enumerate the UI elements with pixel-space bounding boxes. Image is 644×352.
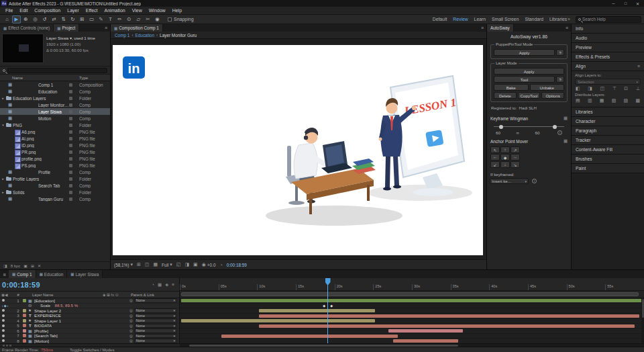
layer-name[interactable]: [Search Tab] xyxy=(34,333,58,338)
tool-icon[interactable]: ✏ xyxy=(115,15,124,24)
snapping-toggle[interactable]: Snapping xyxy=(168,17,194,21)
autosway-tab[interactable]: AutoSway xyxy=(487,24,514,32)
align-icon-button[interactable]: ⊥ xyxy=(636,86,640,91)
layer-visibility-toggle[interactable]: ‹◆› xyxy=(0,309,15,312)
parent-link-cell[interactable]: ◎ None ▾ xyxy=(129,339,179,343)
eye-icon[interactable] xyxy=(2,329,5,332)
eye-icon[interactable] xyxy=(2,324,5,327)
search-help-input[interactable] xyxy=(582,17,639,21)
project-item[interactable]: Layer Siswa Comp xyxy=(0,108,110,115)
workspace-overflow-icon[interactable]: » xyxy=(568,17,570,21)
layer-apply-button[interactable]: Apply xyxy=(494,68,564,75)
project-item[interactable]: AI.png PNG file xyxy=(0,135,110,142)
project-item[interactable]: Layer Monitor Guru Comp xyxy=(0,101,110,108)
menu-item[interactable]: Window xyxy=(146,8,169,13)
timeline-horizontal-scrollbar[interactable] xyxy=(180,344,644,347)
panel-menu-icon[interactable]: ≡ xyxy=(478,24,486,32)
layer-color-chip[interactable] xyxy=(23,329,26,333)
exposure-control[interactable]: ◉+0.0 xyxy=(202,262,216,267)
layer-color-chip[interactable] xyxy=(23,339,26,343)
menu-item[interactable]: Effect xyxy=(83,8,101,13)
project-column-header[interactable]: Name Type xyxy=(0,75,110,81)
camera-icon[interactable]: ▣ xyxy=(193,262,198,267)
tool-icon[interactable]: ▱ xyxy=(134,15,143,24)
puppet-help-button[interactable]: ? xyxy=(556,49,564,56)
preview-time[interactable]: 0:00:18:59 xyxy=(227,263,247,267)
project-item[interactable]: Profile Comp xyxy=(0,169,110,175)
breadcrumb-item[interactable]: ‹ Comp 1 xyxy=(115,33,129,38)
label-color-chip[interactable] xyxy=(69,117,72,120)
parent-link-cell[interactable]: ◎ None ▾ xyxy=(129,328,179,333)
dock-panel-header[interactable]: Libraries xyxy=(572,107,644,117)
timeline-tab[interactable]: ▦ Education xyxy=(36,270,68,278)
mask-visibility-icon[interactable]: ◫ xyxy=(145,262,150,267)
menu-item[interactable]: Help xyxy=(169,8,185,13)
layer-name[interactable]: [Motion] xyxy=(34,339,49,343)
pickwhip-icon[interactable]: ◎ xyxy=(129,298,133,302)
anchor-arrow-button[interactable]: ↖ xyxy=(490,146,500,153)
timeline-vertical-scrollbar[interactable] xyxy=(641,298,644,343)
distribute-icon-button[interactable]: ▤ xyxy=(576,98,580,103)
panel-tab[interactable]: ▦ Effect Controls (none) xyxy=(0,24,54,32)
copytool-button[interactable]: CopyTool xyxy=(518,92,541,99)
label-color-chip[interactable] xyxy=(69,90,72,93)
label-color-chip[interactable] xyxy=(69,171,72,174)
project-item[interactable]: PS.png PNG file xyxy=(0,162,110,169)
align-icon-button[interactable]: ⊤ xyxy=(612,86,616,91)
align-icon-button[interactable]: ◨ xyxy=(588,86,592,91)
parent-dropdown[interactable]: None ▾ xyxy=(134,298,177,303)
twirl-icon[interactable]: ▸ xyxy=(1,177,5,181)
layer-color-chip[interactable] xyxy=(23,299,26,302)
workspace-tab[interactable]: Default xyxy=(433,17,447,21)
distribute-icon-button[interactable]: ▩ xyxy=(635,98,640,103)
layer-duration-bar[interactable] xyxy=(259,324,635,328)
distribute-icon-button[interactable]: ▧ xyxy=(612,98,616,103)
pickwhip-icon[interactable]: ◎ xyxy=(129,314,133,318)
layer-duration-bar[interactable] xyxy=(221,335,398,338)
layer-color-chip[interactable] xyxy=(23,314,26,317)
pickwhip-icon[interactable]: ◎ xyxy=(129,318,133,322)
toggle-switches-button[interactable]: Toggle Switches / Modes xyxy=(70,348,114,352)
unbake-button[interactable]: Unbake xyxy=(530,84,565,91)
label-color-chip[interactable] xyxy=(69,157,72,161)
project-item[interactable]: ▸ Education Layers Folder xyxy=(0,95,110,101)
minimize-button[interactable]: ─ xyxy=(608,0,619,7)
label-color-chip[interactable] xyxy=(69,130,72,134)
ease-out-value[interactable]: 60 xyxy=(535,130,540,135)
label-color-chip[interactable] xyxy=(69,164,72,167)
tool-icon[interactable]: ✂ xyxy=(144,15,152,24)
dock-panel-header[interactable]: Effects & Presets xyxy=(572,52,644,62)
workspace-tab[interactable]: Review xyxy=(453,17,468,21)
layer-duration-bar[interactable] xyxy=(259,309,375,312)
layer-color-chip[interactable] xyxy=(23,324,26,327)
slider-handle[interactable] xyxy=(553,125,557,129)
anchor-arrow-button[interactable]: ↙ xyxy=(490,161,500,168)
tool-icon[interactable]: ⊕ xyxy=(21,15,30,24)
pickwhip-icon[interactable]: ◎ xyxy=(129,334,133,338)
breadcrumb-item[interactable]: ‹ Education xyxy=(131,33,154,38)
new-composition-icon[interactable]: ⊞ xyxy=(31,263,34,268)
layer-duration-bar[interactable] xyxy=(259,314,639,318)
parent-link-column[interactable]: Parent & Link xyxy=(129,293,179,297)
layer-name[interactable]: EXPERIENCE xyxy=(34,313,61,318)
tool-icon[interactable]: ◎ xyxy=(31,15,40,24)
draft-3d-icon[interactable]: ▦ xyxy=(158,282,162,288)
insert-keyframe-dropdown[interactable]: Insert ke... ▾ xyxy=(490,178,529,184)
anchor-grid-icon[interactable]: ▦ xyxy=(564,138,568,144)
menu-item[interactable]: File xyxy=(2,8,16,13)
puppet-apply-button[interactable]: Apply xyxy=(494,49,555,56)
region-of-interest-icon[interactable]: ◱ xyxy=(176,262,181,267)
ease-in-value[interactable]: 60 xyxy=(496,130,500,135)
timeline-layer-row[interactable]: ‹◆› 8 [Motion] ◎ None xyxy=(0,339,179,343)
layer-duration-bar[interactable] xyxy=(393,339,458,343)
options-button[interactable]: Options xyxy=(541,92,564,99)
eye-icon[interactable] xyxy=(2,314,5,317)
label-color-chip[interactable] xyxy=(69,184,72,187)
project-item[interactable]: ▸ Solids Folder xyxy=(0,189,110,195)
pickwhip-icon[interactable]: ◎ xyxy=(129,324,133,328)
label-color-chip[interactable] xyxy=(69,137,72,140)
anchor-arrow-button[interactable]: ↘ xyxy=(511,161,520,168)
twirl-icon[interactable]: ▸ xyxy=(1,190,5,194)
time-ruler[interactable]: 0s05s10s15s20s25s30s35s40s45s50s55s xyxy=(180,278,644,291)
parent-link-cell[interactable]: ◎ None ▾ xyxy=(129,298,179,303)
